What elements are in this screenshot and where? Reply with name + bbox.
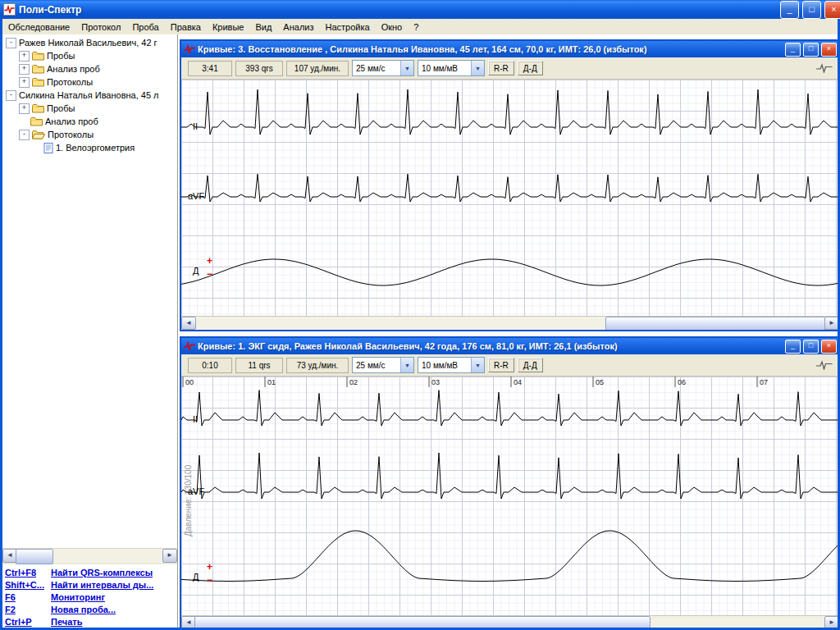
- menu-item-Вид[interactable]: Вид: [249, 21, 277, 34]
- shortcut-key-link[interactable]: Ctrl+P: [2, 617, 51, 627]
- application-window: Поли-Спектр _ □ × ОбследованиеПротоколПр…: [0, 0, 840, 630]
- close-button[interactable]: ×: [824, 1, 840, 19]
- expand-icon[interactable]: +: [19, 51, 30, 62]
- ecg-chart-area[interactable]: Давление: 130/100 0001020304050607IIaVFД…: [181, 377, 839, 615]
- tree-item[interactable]: +Пробы: [2, 102, 177, 115]
- collapse-icon[interactable]: -: [6, 38, 16, 48]
- tree-item[interactable]: +Пробы: [2, 49, 177, 62]
- menu-item-Протокол[interactable]: Протокол: [75, 21, 126, 34]
- curves-window-recovery[interactable]: Кривые: 3. Восстановление , Силкина Ната…: [180, 39, 840, 331]
- tree-item[interactable]: -Ражев Николай Васильевич, 42 г: [2, 36, 177, 49]
- window-title: Поли-Спектр: [19, 4, 777, 16]
- tree-item-label: Ражев Николай Васильевич, 42 г: [19, 38, 158, 48]
- chart-horizontal-scrollbar[interactable]: ◄ ►: [181, 316, 839, 330]
- tree-item[interactable]: Анализ проб: [2, 115, 177, 128]
- shortcut-action-link[interactable]: Новая проба...: [51, 605, 177, 614]
- close-button[interactable]: ×: [821, 43, 837, 57]
- shortcut-action-link[interactable]: Найти QRS-комплексы: [51, 568, 177, 578]
- sweep-speed-select[interactable]: 25 мм/с ▼: [352, 60, 414, 76]
- child-title-bar[interactable]: Кривые: 3. Восстановление , Силкина Ната…: [181, 41, 839, 57]
- shortcut-key-link[interactable]: Ctrl+F8: [2, 568, 51, 578]
- dd-intervals-button[interactable]: Д-Д: [518, 61, 543, 75]
- scroll-right-icon[interactable]: ►: [162, 549, 177, 563]
- menu-item-Окно[interactable]: Окно: [376, 21, 409, 34]
- scrollbar-track[interactable]: [194, 317, 826, 330]
- pressure-trace: [181, 259, 838, 285]
- menu-item-Правка[interactable]: Правка: [165, 21, 207, 34]
- sweep-speed-select[interactable]: 25 мм/с ▼: [352, 357, 414, 373]
- ecg-plot: [181, 80, 839, 316]
- window-border-left: [0, 19, 2, 630]
- tree-item[interactable]: +Протоколы: [2, 75, 177, 89]
- tree-item[interactable]: -Силкина Наталья Ивановна, 45 л: [2, 89, 177, 102]
- chevron-down-icon[interactable]: ▼: [400, 61, 413, 75]
- patient-tree-panel: -Ражев Николай Васильевич, 42 г+Пробы+Ан…: [2, 34, 178, 628]
- tree-item[interactable]: +Анализ проб: [2, 62, 177, 75]
- lead-label-Д: Д: [193, 572, 199, 582]
- rr-intervals-button[interactable]: R-R: [488, 358, 514, 372]
- menu-item-Анализ[interactable]: Анализ: [277, 21, 319, 34]
- time-marker: 00: [185, 378, 194, 386]
- minimize-button[interactable]: _: [785, 43, 801, 57]
- expand-icon[interactable]: +: [19, 103, 30, 114]
- scrollbar-thumb[interactable]: [16, 549, 53, 564]
- shortcut-key-link[interactable]: F6: [2, 592, 51, 602]
- ecg-plot: 0001020304050607: [181, 377, 839, 615]
- tree-horizontal-scrollbar[interactable]: ◄ ►: [2, 548, 177, 563]
- expand-icon[interactable]: +: [19, 64, 30, 75]
- scrollbar-thumb[interactable]: [605, 317, 825, 331]
- menu-item-Обследование[interactable]: Обследование: [2, 21, 75, 34]
- polarity-minus: −: [207, 576, 212, 584]
- shortcut-action-link[interactable]: Найти интервалы ды...: [51, 580, 177, 590]
- maximize-button[interactable]: □: [803, 340, 819, 354]
- expand-icon[interactable]: +: [19, 77, 30, 88]
- polarity-plus: +: [207, 257, 212, 265]
- gain-select[interactable]: 10 мм/мВ ▼: [418, 60, 485, 76]
- maximize-button[interactable]: □: [802, 1, 821, 19]
- menu-bar: ОбследованиеПротоколПробаПравкаКривыеВид…: [2, 19, 838, 34]
- shortcut-row: F2Новая проба...: [2, 603, 177, 615]
- gain-select[interactable]: 10 мм/мВ ▼: [418, 357, 485, 373]
- gain-value: 10 мм/мВ: [418, 64, 471, 73]
- tree-item[interactable]: 1. Велоэргометрия: [2, 141, 177, 154]
- menu-item-Проба[interactable]: Проба: [126, 21, 164, 34]
- collapse-icon[interactable]: -: [19, 130, 30, 140]
- dd-intervals-button[interactable]: Д-Д: [518, 358, 543, 372]
- menu-item-?[interactable]: ?: [408, 21, 424, 34]
- chevron-down-icon[interactable]: ▼: [400, 358, 413, 372]
- minimize-button[interactable]: _: [780, 1, 799, 19]
- scrollbar-track[interactable]: [16, 549, 164, 563]
- maximize-button[interactable]: □: [803, 43, 819, 57]
- close-button[interactable]: ×: [821, 340, 837, 354]
- curves-window-ecg-sitting[interactable]: Кривые: 1. ЭКГ сидя, Ражев Николай Васил…: [180, 336, 840, 630]
- rr-intervals-button[interactable]: R-R: [488, 61, 514, 75]
- shortcut-action-link[interactable]: Мониторинг: [51, 592, 177, 602]
- chevron-down-icon[interactable]: ▼: [471, 358, 484, 372]
- time-marker: 06: [678, 378, 686, 386]
- shortcut-row: Ctrl+F8Найти QRS-комплексы: [2, 566, 177, 578]
- minimize-button[interactable]: _: [785, 340, 801, 354]
- folder-icon: [30, 116, 43, 126]
- tree-item-label: Анализ проб: [47, 64, 100, 74]
- pulse-icon[interactable]: [816, 360, 833, 370]
- tree-item[interactable]: -Протоколы: [2, 128, 177, 141]
- lead-label-aVF: aVF: [188, 191, 204, 201]
- shortcut-action-link[interactable]: Печать: [51, 617, 177, 627]
- folder-icon: [32, 51, 44, 61]
- menu-item-Настройка[interactable]: Настройка: [320, 21, 376, 34]
- ecg-chart-area[interactable]: IIaVFД+−: [181, 80, 839, 316]
- document-icon: [43, 143, 53, 153]
- child-window-title: Кривые: 3. Восстановление , Силкина Ната…: [198, 44, 783, 54]
- tree-item-label: Пробы: [47, 51, 75, 61]
- menu-item-Кривые[interactable]: Кривые: [207, 21, 250, 34]
- collapse-icon[interactable]: -: [6, 90, 16, 101]
- shortcut-key-link[interactable]: F2: [2, 605, 51, 614]
- polarity-plus: +: [207, 563, 212, 571]
- chevron-down-icon[interactable]: ▼: [471, 61, 484, 75]
- pulse-icon[interactable]: [816, 63, 833, 73]
- title-bar[interactable]: Поли-Спектр _ □ ×: [0, 0, 840, 19]
- ecg-window-icon: [184, 341, 195, 352]
- shortcut-key-link[interactable]: Shift+C...: [2, 580, 51, 590]
- child-title-bar[interactable]: Кривые: 1. ЭКГ сидя, Ражев Николай Васил…: [181, 338, 839, 354]
- ecg-trace-aVF: [181, 174, 839, 202]
